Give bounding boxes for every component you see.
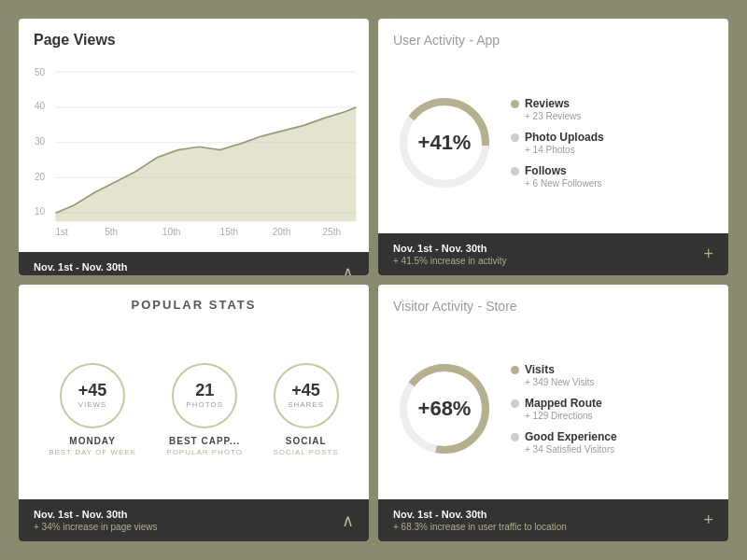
legend-label-photo: Photo Uploads [525, 131, 604, 144]
visitor-activity-legend: Visits + 349 New Visits Mapped Route + 1… [511, 363, 713, 455]
circle-views-label: VIEWS [78, 400, 107, 409]
page-views-stat: + 34% increase in page views [34, 274, 158, 275]
x-label-10: 10th [162, 227, 181, 237]
circle-photos-num: 21 [195, 382, 214, 400]
x-label-1: 1st [55, 227, 68, 237]
stat-label-cappuccino: BEST CAPP... [169, 436, 240, 446]
legend-sub-experience: + 34 Satisfied Visitors [525, 444, 713, 455]
chart-area-fill [55, 107, 356, 221]
page-views-footer-text: Nov. 1st - Nov. 30th + 34% increase in p… [34, 261, 158, 275]
popular-stats-card: POPULAR STATS +45 VIEWS MONDAY BEST DAY … [19, 285, 369, 541]
legend-sub-photo: + 14 Photos [525, 145, 713, 155]
legend-item-follows: Follows + 6 New Followers [511, 164, 713, 189]
circle-views: +45 VIEWS [60, 363, 125, 428]
visitor-activity-card: Visitor Activity - Store +68% Visits [378, 285, 728, 541]
visitor-activity-title: Visitor Activity - Store [378, 285, 728, 318]
popular-stats-footer: Nov. 1st - Nov. 30th + 34% increase in p… [19, 499, 369, 541]
visitor-activity-expand-icon[interactable]: + [703, 511, 713, 530]
user-donut-text: +41% [418, 131, 472, 155]
user-activity-title: User Activity - App [378, 19, 728, 52]
legend-sub-follows: + 6 New Followers [525, 178, 713, 189]
legend-item-visits: Visits + 349 New Visits [511, 363, 713, 387]
stat-sublabel-social: SOCIAL POSTS [273, 448, 338, 456]
user-activity-expand-icon[interactable]: + [703, 245, 713, 264]
y-label-10: 10 [35, 206, 46, 217]
page-views-footer: Nov. 1st - Nov. 30th + 34% increase in p… [19, 252, 369, 275]
stat-item-photos: 21 PHOTOS BEST CAPP... POPULAR PHOTO [166, 363, 243, 456]
y-label-40: 40 [35, 101, 46, 111]
visitor-donut-text: +68% [418, 397, 472, 421]
visitor-activity-footer-text: Nov. 1st - Nov. 30th + 68.3% increase in… [393, 509, 567, 532]
legend-label-follows: Follows [525, 164, 567, 177]
circle-shares: +45 SHARES [274, 363, 339, 428]
user-activity-card: User Activity - App +41% Reviews [378, 19, 728, 275]
x-label-20: 20th [273, 227, 291, 237]
legend-dot-photo [511, 133, 519, 142]
stat-item-views: +45 VIEWS MONDAY BEST DAY OF WEEK [49, 363, 136, 456]
x-label-25: 25th [322, 227, 341, 237]
legend-label-mapped: Mapped Route [525, 397, 602, 410]
legend-label-visits: Visits [525, 363, 555, 376]
user-activity-footer: Nov. 1st - Nov. 30th + 41.5% increase in… [378, 233, 728, 275]
visitor-activity-stat: + 68.3% increase in user traffic to loca… [393, 522, 567, 532]
legend-sub-reviews: + 23 Reviews [525, 111, 713, 121]
x-label-5: 5th [105, 227, 118, 237]
legend-label-experience: Good Experience [525, 430, 617, 443]
stat-item-shares: +45 SHARES SOCIAL SOCIAL POSTS [273, 363, 338, 456]
page-views-date: Nov. 1st - Nov. 30th [34, 261, 158, 273]
user-activity-stat: + 41.5% increase in activity [393, 256, 506, 266]
circle-views-num: +45 [78, 382, 107, 400]
page-views-title: Page Views [19, 19, 369, 52]
legend-dot-visits [511, 366, 519, 374]
circle-photos: 21 PHOTOS [172, 363, 237, 428]
popular-stats-date: Nov. 1st - Nov. 30th [34, 509, 158, 520]
visitor-activity-body: +68% Visits + 349 New Visits Mapped Rout… [378, 318, 728, 499]
user-activity-legend: Reviews + 23 Reviews Photo Uploads + 14 … [511, 97, 713, 189]
y-label-20: 20 [35, 172, 46, 182]
stats-circles: +45 VIEWS MONDAY BEST DAY OF WEEK 21 PHO… [19, 319, 369, 499]
circle-photos-label: PHOTOS [186, 400, 223, 409]
visitor-activity-date: Nov. 1st - Nov. 30th [393, 509, 567, 520]
legend-dot-reviews [511, 100, 519, 108]
popular-stats-stat: + 34% increase in page views [34, 522, 158, 532]
legend-dot-mapped [511, 399, 519, 408]
circle-shares-label: SHARES [288, 400, 324, 409]
popular-stats-title: POPULAR STATS [19, 285, 369, 319]
legend-label-reviews: Reviews [525, 97, 570, 110]
page-views-toggle-icon[interactable]: ∧ [342, 262, 354, 275]
dashboard: Page Views 50 40 30 20 10 1st [19, 19, 728, 541]
legend-item-experience: Good Experience + 34 Satisfied Visitors [511, 430, 713, 455]
legend-item-reviews: Reviews + 23 Reviews [511, 97, 713, 121]
user-activity-footer-text: Nov. 1st - Nov. 30th + 41.5% increase in… [393, 243, 506, 266]
y-label-30: 30 [35, 136, 46, 147]
user-activity-date: Nov. 1st - Nov. 30th [393, 243, 506, 254]
legend-sub-mapped: + 129 Directions [525, 411, 713, 421]
line-chart: 50 40 30 20 10 1st 5th 10th 15th [26, 56, 361, 248]
popular-stats-footer-text: Nov. 1st - Nov. 30th + 34% increase in p… [34, 509, 158, 532]
popular-stats-toggle-icon[interactable]: ∧ [342, 511, 354, 531]
stat-sublabel-cappuccino: POPULAR PHOTO [166, 448, 243, 456]
page-views-card: Page Views 50 40 30 20 10 1st [19, 19, 369, 275]
user-activity-subtitle: - App [469, 33, 500, 48]
stat-label-social: SOCIAL [286, 436, 327, 446]
user-donut-container: +41% [393, 91, 496, 194]
circle-shares-num: +45 [291, 382, 320, 400]
user-activity-body: +41% Reviews + 23 Reviews Photo Uploads … [378, 52, 728, 233]
legend-item-mapped: Mapped Route + 129 Directions [511, 397, 713, 421]
visitor-activity-footer: Nov. 1st - Nov. 30th + 68.3% increase in… [378, 499, 728, 541]
stat-sublabel-monday: BEST DAY OF WEEK [49, 448, 136, 456]
y-label-50: 50 [35, 67, 46, 77]
legend-item-photo: Photo Uploads + 14 Photos [511, 131, 713, 155]
visitor-activity-subtitle: - Store [478, 299, 517, 314]
legend-dot-experience [511, 433, 519, 441]
stat-label-monday: MONDAY [69, 436, 116, 446]
chart-area: 50 40 30 20 10 1st 5th 10th 15th [19, 52, 369, 252]
visitor-donut-container: +68% [393, 357, 496, 460]
x-label-15: 15th [220, 227, 239, 237]
legend-dot-follows [511, 167, 519, 175]
legend-sub-visits: + 349 New Visits [525, 377, 713, 387]
